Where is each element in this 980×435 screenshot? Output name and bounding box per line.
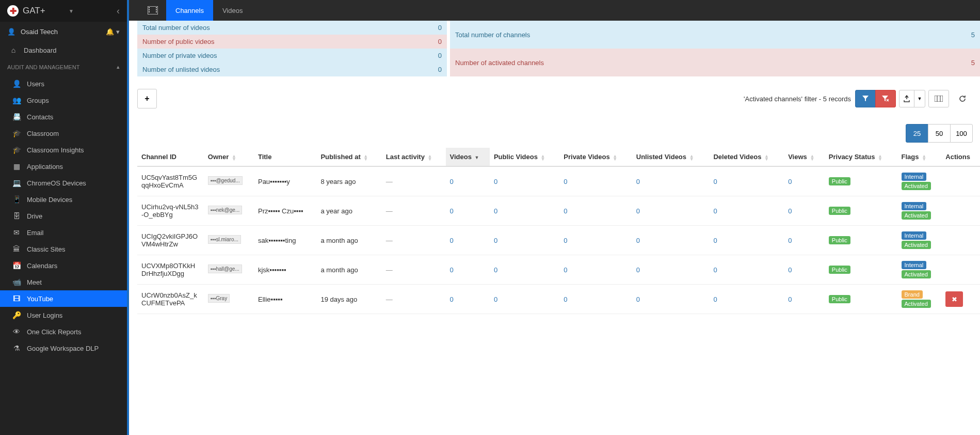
flag-badge: Activated: [902, 300, 931, 308]
sidebar-item-classroom-insights[interactable]: 🎓Classroom Insights: [0, 142, 127, 158]
cell-flags: InternalActivated: [897, 226, 942, 255]
stat-row: Total number of channels5: [450, 21, 980, 49]
user-caret-icon[interactable]: ▾: [116, 28, 120, 36]
export-button[interactable]: [899, 90, 914, 107]
cell-channel-id: UCrW0nzb0AsZ_kCUFMETvePA: [137, 285, 204, 314]
tab-videos[interactable]: Videos: [213, 0, 252, 21]
col-flags[interactable]: Flags ▲▼: [897, 148, 942, 166]
svg-rect-2: [149, 9, 150, 10]
delete-button[interactable]: ✖: [945, 291, 963, 307]
sidebar-item-google-workspace-dlp[interactable]: ⚗Google Workspace DLP: [0, 340, 127, 356]
sidebar-item-groups[interactable]: 👥Groups: [0, 92, 127, 108]
refresh-button[interactable]: [952, 90, 973, 107]
cell-public: 0: [490, 196, 559, 226]
film-icon[interactable]: [139, 0, 166, 21]
stats-table-right: Total number of channels5Number of activ…: [450, 21, 980, 76]
sidebar-item-contacts[interactable]: 📇Contacts: [0, 108, 127, 125]
sidebar-item-calendars[interactable]: 📅Calendars: [0, 257, 127, 274]
privacy-badge: Public: [829, 207, 850, 215]
sidebar-item-dashboard[interactable]: ⌂ Dashboard: [0, 42, 127, 58]
stat-value: 0: [404, 49, 447, 63]
owner-chip[interactable]: ▪▪▪hall@ge...: [208, 265, 242, 273]
col-unlisted-videos[interactable]: Unlisted Videos ▲▼: [632, 148, 710, 166]
sidebar-item-one-click-reports[interactable]: 👁One Click Reports: [0, 323, 127, 340]
sidebar-item-applications[interactable]: ▦Applications: [0, 158, 127, 175]
sidebar-item-label: User Logins: [27, 312, 62, 319]
sidebar-item-youtube[interactable]: 🎞YouTube: [0, 290, 127, 307]
sidebar-item-users[interactable]: 👤Users: [0, 75, 127, 92]
export-caret-button[interactable]: ▼: [914, 90, 925, 107]
owner-chip[interactable]: ▪▪▪nek@ge...: [208, 206, 242, 214]
cell-published: a month ago: [316, 255, 381, 285]
col-published-at[interactable]: Published at ▲▼: [316, 148, 381, 166]
col-last-activity[interactable]: Last activity ▲▼: [382, 148, 446, 166]
tab-channels[interactable]: Channels: [166, 0, 213, 21]
nav-icon: 👁: [10, 328, 23, 336]
brand-name[interactable]: GAT+: [23, 6, 66, 16]
cell-published: 19 days ago: [316, 285, 381, 314]
sidebar-header: ✚ GAT+ ▼ ‹: [0, 0, 127, 22]
cell-title: kjsk▪▪▪▪▪▪▪: [254, 255, 316, 285]
sidebar-section-header[interactable]: AUDIT AND MANAGEMENT ▴: [0, 58, 127, 75]
owner-chip[interactable]: ▪▪▪sl.miaro...: [208, 235, 241, 244]
col-privacy-status[interactable]: Privacy Status ▲▼: [825, 148, 897, 166]
bell-icon[interactable]: 🔔: [106, 28, 114, 36]
nav-icon: ⚗: [10, 344, 23, 352]
page-size-25[interactable]: 25: [906, 124, 928, 143]
page-size-50[interactable]: 50: [928, 124, 951, 143]
cell-published: a year ago: [316, 196, 381, 226]
sidebar-item-classroom[interactable]: 🎓Classroom: [0, 125, 127, 142]
cell-privacy: Public: [825, 166, 897, 196]
plus-icon: +: [144, 94, 149, 103]
cell-owner: ▪▪▪sl.miaro...: [204, 226, 254, 255]
col-channel-id: Channel ID: [137, 148, 204, 166]
page-size-100[interactable]: 100: [950, 124, 973, 143]
sidebar-item-drive[interactable]: 🗄Drive: [0, 208, 127, 224]
sidebar-collapse-icon[interactable]: ‹: [117, 6, 120, 17]
cell-unlisted: 0: [632, 255, 710, 285]
nav-icon: 📇: [10, 113, 23, 121]
user-icon: 👤: [7, 28, 15, 36]
owner-chip[interactable]: ▪▪▪Gray: [208, 294, 230, 303]
filter-button[interactable]: [855, 90, 876, 107]
flag-badge: Internal: [902, 231, 927, 240]
cell-flags: BrandActivated: [897, 285, 942, 314]
col-owner[interactable]: Owner ▲▼: [204, 148, 254, 166]
sidebar-item-user-logins[interactable]: 🔑User Logins: [0, 307, 127, 323]
sidebar-item-meet[interactable]: 📹Meet: [0, 274, 127, 290]
col-title: Title: [254, 148, 316, 166]
cell-owner: ▪▪▪@gedud...: [204, 166, 254, 196]
sidebar-item-email[interactable]: ✉Email: [0, 224, 127, 241]
col-videos[interactable]: Videos ▼: [446, 148, 490, 166]
add-button[interactable]: +: [137, 89, 157, 108]
sidebar-item-classic-sites[interactable]: 🏛Classic Sites: [0, 241, 127, 257]
flag-badge: Activated: [902, 182, 931, 190]
nav-icon: 🎞: [10, 294, 23, 303]
svg-rect-6: [156, 11, 157, 12]
col-private-videos[interactable]: Private Videos ▲▼: [559, 148, 632, 166]
cell-last: —: [382, 166, 446, 196]
columns-button[interactable]: [928, 90, 949, 107]
brand-caret-icon[interactable]: ▼: [69, 8, 74, 14]
clear-filter-button[interactable]: [875, 90, 896, 107]
cell-unlisted: 0: [632, 285, 710, 314]
svg-rect-3: [149, 11, 150, 12]
user-name: Osaid Teech: [21, 28, 106, 36]
cell-deleted: 0: [709, 166, 784, 196]
cell-published: 8 years ago: [316, 166, 381, 196]
col-public-videos[interactable]: Public Videos ▲▼: [490, 148, 559, 166]
col-deleted-videos[interactable]: Deleted Videos ▲▼: [709, 148, 784, 166]
sidebar-item-label: Groups: [27, 97, 49, 104]
nav-icon: 📅: [10, 261, 23, 270]
nav-icon: 👤: [10, 80, 23, 88]
col-views[interactable]: Views ▲▼: [784, 148, 825, 166]
sidebar-item-chromeos-devices[interactable]: 💻ChromeOS Devices: [0, 175, 127, 191]
sidebar-item-mobile-devices[interactable]: 📱Mobile Devices: [0, 191, 127, 208]
cell-deleted: 0: [709, 285, 784, 314]
sidebar-item-label: YouTube: [27, 295, 53, 303]
cell-videos: 0: [446, 226, 490, 255]
svg-rect-7: [935, 96, 943, 102]
svg-rect-5: [156, 9, 157, 10]
owner-chip[interactable]: ▪▪▪@gedud...: [208, 176, 243, 185]
cell-actions: [941, 226, 980, 255]
